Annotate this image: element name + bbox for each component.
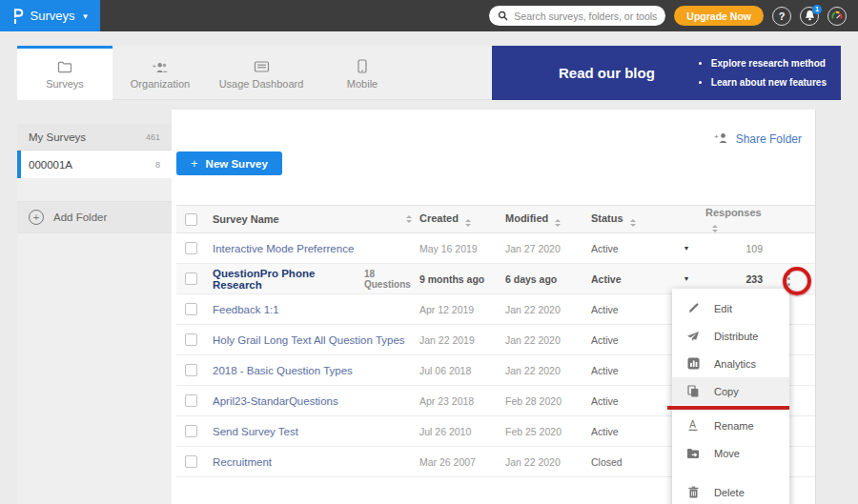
survey-name-link[interactable]: Interactive Mode Preferrence <box>213 243 354 254</box>
folder-icon <box>57 59 72 73</box>
banner-bullet: Explore research method <box>711 54 827 73</box>
notification-badge: 1 <box>812 5 822 14</box>
new-survey-label: New Survey <box>206 158 268 170</box>
sort-icon[interactable] <box>630 219 636 227</box>
created-cell: 9 months ago <box>419 273 505 285</box>
gauge-icon <box>830 10 844 23</box>
sidebar-item-folder-000001a[interactable]: 000001A 8 <box>17 151 172 178</box>
modified-cell: Jan 27 2020 <box>505 243 591 254</box>
row-checkbox[interactable] <box>185 333 197 346</box>
paper-plane-icon <box>686 331 700 342</box>
share-person-icon: + <box>714 131 729 148</box>
add-folder-label: Add Folder <box>53 212 107 223</box>
product-label: Surveys <box>31 9 75 23</box>
annotation-red-circle <box>783 267 811 295</box>
add-folder-button[interactable]: + Add Folder <box>17 201 172 233</box>
question-mark-icon: ? <box>779 10 786 22</box>
tab-mobile[interactable]: Mobile <box>315 46 410 100</box>
survey-name-link[interactable]: QuestionPro Phone Research <box>213 268 356 291</box>
status-text: Active <box>591 304 667 315</box>
status-caret-icon[interactable]: ▾ <box>667 274 705 283</box>
table-row[interactable]: Interactive Mode Preferrence May 16 2019… <box>176 233 815 264</box>
col-created[interactable]: Created <box>419 212 459 224</box>
menu-item-rename[interactable]: A Rename <box>672 412 789 439</box>
folder-label: 000001A <box>29 159 72 171</box>
banner-bullet: Learn about new features <box>711 73 827 92</box>
survey-name-link[interactable]: Recruitment <box>213 456 272 468</box>
search-box[interactable] <box>489 6 665 26</box>
modified-cell: Feb 25 2020 <box>505 426 591 437</box>
my-surveys-label: My Surveys <box>29 131 86 143</box>
row-checkbox[interactable] <box>185 394 197 407</box>
menu-item-copy[interactable]: Copy <box>672 377 789 405</box>
select-all-checkbox[interactable] <box>185 213 197 226</box>
search-input[interactable] <box>514 10 657 22</box>
menu-item-analytics[interactable]: Analytics <box>672 350 789 377</box>
rename-icon: A <box>686 419 700 432</box>
row-context-menu: Edit Distribute Analytics Copy A Rename … <box>672 289 789 504</box>
tab-surveys[interactable]: Surveys <box>17 46 112 100</box>
col-survey-name[interactable]: Survey Name <box>213 213 279 225</box>
sort-icon[interactable] <box>712 225 718 232</box>
created-cell: Jul 26 2010 <box>419 426 505 437</box>
pencil-icon <box>686 302 700 314</box>
search-icon <box>498 8 508 25</box>
survey-name-link[interactable]: 2018 - Basic Question Types <box>213 365 353 376</box>
product-switcher[interactable]: Surveys ▼ <box>0 0 100 31</box>
responses-count[interactable]: 233 <box>705 273 763 285</box>
notifications-button[interactable]: 1 <box>800 7 819 26</box>
menu-item-delete[interactable]: Delete <box>672 478 789 504</box>
row-checkbox[interactable] <box>185 303 197 315</box>
row-checkbox[interactable] <box>185 272 197 285</box>
status-text: Closed <box>591 456 667 468</box>
menu-item-distribute[interactable]: Distribute <box>672 322 789 350</box>
row-checkbox[interactable] <box>185 455 197 468</box>
people-add-icon: + <box>152 59 169 73</box>
upgrade-now-button[interactable]: Upgrade Now <box>674 6 764 26</box>
share-folder-link[interactable]: + Share Folder <box>714 131 802 148</box>
modified-cell: Jan 22 2020 <box>505 456 591 468</box>
usage-meter-button[interactable] <box>827 7 847 26</box>
svg-text:+: + <box>153 62 157 71</box>
sort-icon[interactable] <box>465 219 471 227</box>
sort-icon[interactable] <box>555 219 561 227</box>
folder-move-icon <box>686 448 700 459</box>
mobile-icon <box>358 59 367 73</box>
created-cell: May 16 2019 <box>419 243 505 254</box>
row-checkbox[interactable] <box>185 242 197 254</box>
sort-icon[interactable] <box>406 215 412 223</box>
plus-circle-icon: + <box>29 210 44 225</box>
table-header-row: Survey Name Created Modified Status Resp… <box>176 205 815 233</box>
menu-item-move[interactable]: Move <box>672 439 789 467</box>
sidebar-item-my-surveys[interactable]: My Surveys 461 <box>17 124 172 151</box>
help-button[interactable]: ? <box>772 7 791 26</box>
menu-item-edit[interactable]: Edit <box>672 294 789 322</box>
col-status[interactable]: Status <box>591 212 623 224</box>
folder-count: 8 <box>155 160 160 170</box>
status-text: Active <box>591 426 667 437</box>
banner-title: Read our blog <box>559 65 655 81</box>
survey-name-link[interactable]: Holy Grail Long Text All Question Types <box>213 334 405 346</box>
tab-strip: Surveys + Organization Usage Dashboard M… <box>17 46 841 100</box>
survey-name-link[interactable]: April23-StandarQuestions <box>213 395 338 407</box>
responses-count[interactable]: 109 <box>705 243 763 254</box>
survey-name-link[interactable]: Feedback 1:1 <box>213 304 279 315</box>
survey-name-link[interactable]: Send Survey Test <box>213 426 298 437</box>
status-text: Active <box>591 365 667 376</box>
question-count-label: 18 Questions <box>364 269 419 290</box>
created-cell: Apr 23 2018 <box>419 395 505 407</box>
tab-organization[interactable]: + Organization <box>112 46 208 100</box>
banner-bullet-list: Explore research methodLearn about new f… <box>711 54 827 91</box>
modified-cell: Jan 22 2020 <box>505 365 591 376</box>
status-text: Active <box>591 273 667 285</box>
blog-banner[interactable]: Read our blog Explore research methodLea… <box>492 46 841 100</box>
row-checkbox[interactable] <box>185 364 197 376</box>
copy-icon <box>686 385 700 398</box>
svg-text:A: A <box>689 419 696 430</box>
col-responses[interactable]: Responses <box>705 207 762 218</box>
row-checkbox[interactable] <box>185 425 197 437</box>
new-survey-button[interactable]: + New Survey <box>176 151 282 175</box>
status-caret-icon[interactable]: ▾ <box>667 244 705 252</box>
tab-usage-dashboard[interactable]: Usage Dashboard <box>208 46 315 100</box>
col-modified[interactable]: Modified <box>505 212 548 224</box>
